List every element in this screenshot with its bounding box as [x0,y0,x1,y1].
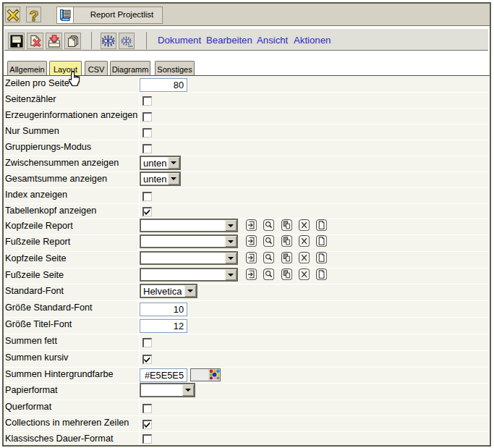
svg-text:?: ? [29,9,38,24]
